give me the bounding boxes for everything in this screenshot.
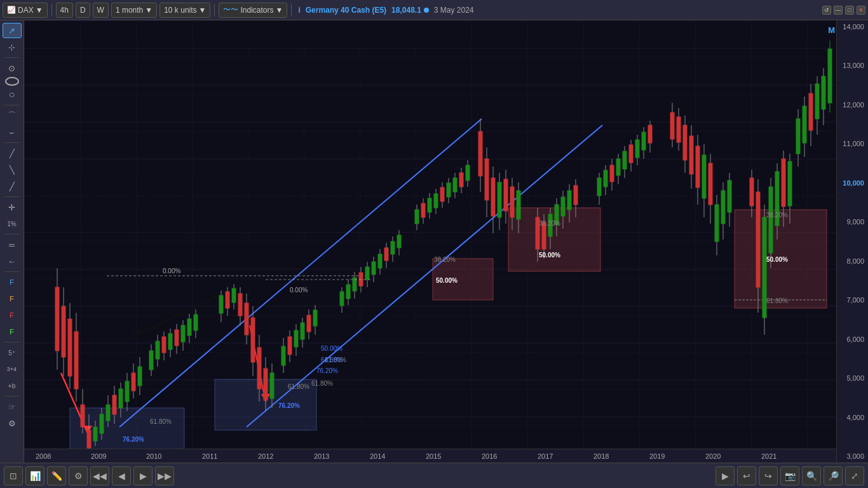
svg-rect-185: [648, 125, 652, 143]
indicators-button[interactable]: 〜〜 Indicators ▼: [219, 3, 287, 18]
fib2-btn[interactable]: F: [3, 291, 22, 306]
chart-type-btn[interactable]: 📊: [25, 466, 44, 485]
svg-rect-29: [55, 287, 59, 351]
drawing-btn[interactable]: ✏️: [47, 466, 66, 485]
svg-rect-33: [68, 319, 72, 376]
tf-4h[interactable]: 4h: [56, 3, 73, 18]
svg-text:61.80%: 61.80%: [321, 356, 342, 363]
svg-text:38.20%: 38.20%: [539, 220, 560, 227]
price-11000: 11,000: [838, 140, 867, 147]
settings-btn[interactable]: ⚙: [69, 466, 88, 485]
svg-rect-153: [517, 191, 520, 219]
circle-tool-btn[interactable]: ⊙: [3, 60, 22, 76]
nav-next-btn[interactable]: ▶: [133, 466, 153, 485]
tf-d[interactable]: D: [76, 3, 90, 18]
sep2: [214, 4, 215, 17]
svg-rect-39: [87, 430, 91, 448]
text-btn[interactable]: +b: [3, 378, 22, 393]
tf-4h-label: 4h: [60, 6, 69, 15]
svg-text:76.20%: 76.20%: [278, 402, 300, 409]
refresh-btn[interactable]: ↺: [822, 6, 831, 15]
undo-btn[interactable]: ↩: [737, 466, 756, 485]
cursor-tool-btn[interactable]: ⊹: [3, 39, 22, 55]
fib3-btn[interactable]: F: [3, 308, 22, 323]
svg-rect-51: [125, 381, 129, 402]
nav-prev-btn[interactable]: ◀: [112, 466, 131, 485]
arc-tool-btn[interactable]: ⌣: [3, 125, 22, 140]
svg-rect-89: [270, 373, 274, 398]
svg-rect-111: [365, 267, 369, 280]
price-13000: 13,000: [838, 62, 867, 69]
crosshair-btn[interactable]: ✛: [3, 200, 22, 215]
tf-w[interactable]: W: [93, 3, 109, 18]
nav-back-btn[interactable]: ◀◀: [90, 466, 109, 485]
settings-btn[interactable]: ⚙: [3, 416, 22, 431]
current-price: 18,048.1: [391, 6, 421, 15]
units-selector[interactable]: 10 k units ▼: [159, 3, 210, 18]
wave-btn[interactable]: 3+4: [3, 362, 22, 377]
svg-text:2019: 2019: [649, 452, 665, 460]
curve-tool-btn[interactable]: ⌒: [3, 108, 22, 123]
chart-area[interactable]: 0.00% 0.00% 61.80% 61.80% 61.80% 76.20% …: [24, 20, 836, 463]
svg-rect-69: [187, 319, 191, 336]
arrow-left-btn[interactable]: ←: [3, 254, 22, 269]
svg-rect-149: [504, 179, 508, 211]
svg-text:50.00%: 50.00%: [321, 345, 342, 352]
svg-rect-221: [796, 119, 800, 154]
ellipse-tool-btn[interactable]: [5, 77, 19, 86]
svg-text:2014: 2014: [370, 452, 385, 460]
nav-start-btn[interactable]: ⊡: [4, 466, 23, 485]
status-bar: ⊡ 📊 ✏️ ⚙ ◀◀ ◀ ▶ ▶▶ ▶ ↩ ↪ 📷 🔍 🔎 ⤢: [0, 463, 868, 488]
svg-rect-123: [415, 210, 419, 224]
price-6000: 6,000: [838, 336, 867, 343]
line-tool-btn[interactable]: ╱: [3, 146, 22, 161]
svg-rect-43: [100, 414, 104, 433]
percent-btn[interactable]: 1%: [3, 216, 22, 231]
svg-text:50.00%: 50.00%: [766, 256, 788, 263]
close-btn[interactable]: ✕: [857, 6, 865, 15]
zoom-out-btn[interactable]: 🔎: [824, 466, 843, 485]
scroll-right-btn[interactable]: ▶: [715, 466, 735, 485]
redo-btn[interactable]: ↪: [759, 466, 778, 485]
hand-btn[interactable]: ☞: [3, 399, 22, 414]
shape-tool-btn[interactable]: ○: [3, 87, 22, 102]
line2-tool-btn[interactable]: ╲: [3, 162, 22, 177]
lt-sep6: [4, 271, 20, 272]
svg-rect-65: [175, 330, 179, 346]
svg-text:61.80%: 61.80%: [766, 297, 788, 304]
svg-rect-177: [623, 151, 627, 169]
svg-rect-41: [93, 427, 97, 441]
left-toolbar: ↗ ⊹ ⊙ ○ ⌒ ⌣ ╱ ╲ ╱ ✛ 1% ═ ← F F F F 5⁺ 3+…: [0, 20, 24, 463]
price-14000: 14,000: [838, 23, 867, 30]
fib4-btn[interactable]: F: [3, 324, 22, 339]
hline-btn[interactable]: ═: [3, 237, 22, 252]
svg-text:38.20%: 38.20%: [766, 212, 788, 219]
maximize-btn[interactable]: □: [845, 6, 854, 15]
svg-rect-63: [168, 334, 172, 349]
zoom-in-btn[interactable]: 🔍: [802, 466, 821, 485]
svg-rect-231: [828, 49, 832, 103]
screenshot-btn[interactable]: 📷: [780, 466, 799, 485]
svg-rect-219: [788, 161, 792, 206]
line3-tool-btn[interactable]: ╱: [3, 179, 22, 194]
indicators-label: Indicators: [240, 6, 273, 15]
minimize-btn[interactable]: —: [834, 6, 843, 15]
svg-rect-115: [378, 254, 382, 268]
price-axis: 14,000 13,000 12,000 11,000 10,000 9,000…: [836, 20, 868, 463]
svg-text:2017: 2017: [538, 452, 553, 460]
chart-icon: 📈: [7, 6, 16, 14]
svg-rect-163: [561, 197, 565, 216]
symbol-selector[interactable]: 📈 DAX ▼: [3, 3, 48, 18]
fib1-btn[interactable]: F: [3, 274, 22, 290]
nav-forward-btn[interactable]: ▶▶: [155, 466, 174, 485]
arrow-tool-btn[interactable]: ↗: [3, 23, 22, 38]
svg-rect-131: [440, 187, 444, 201]
count-btn[interactable]: 5⁺: [3, 345, 22, 360]
period-selector[interactable]: 1 month ▼: [111, 3, 157, 18]
svg-text:76.20%: 76.20%: [123, 436, 144, 443]
svg-rect-113: [372, 262, 376, 274]
svg-text:50.00%: 50.00%: [436, 277, 458, 284]
price-10000: 10,000: [838, 179, 867, 187]
expand-btn[interactable]: ⤢: [845, 466, 864, 485]
svg-rect-85: [257, 348, 261, 389]
